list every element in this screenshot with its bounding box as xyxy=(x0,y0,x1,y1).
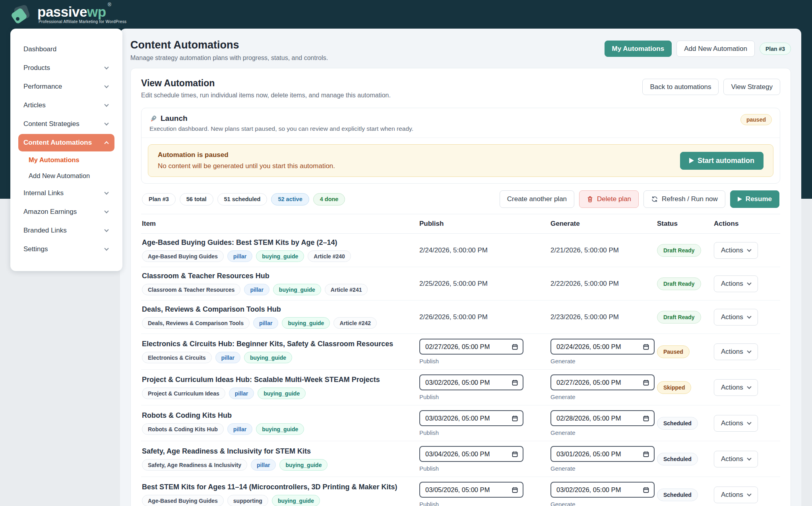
refresh-run-now-button[interactable]: Refresh / Run now xyxy=(643,190,725,208)
item-tags: Age-Based Buying Guidessupportingbuying_… xyxy=(142,495,419,506)
item-tags: Age-Based Buying Guidespillarbuying_guid… xyxy=(142,250,419,262)
publish-datetime-input[interactable]: 03/02/2026, 05:00 PM xyxy=(419,374,523,390)
calendar-icon xyxy=(512,379,518,386)
actions-button[interactable]: Actions xyxy=(714,451,758,467)
start-automation-button[interactable]: Start automation xyxy=(680,152,764,170)
table-row: Best STEM Kits for Ages 11–14 (Microcont… xyxy=(141,477,780,506)
resume-button[interactable]: Resume xyxy=(730,190,779,208)
add-new-automation-button[interactable]: Add New Automation xyxy=(676,41,755,57)
generate-datetime-input[interactable]: 02/28/2026, 05:00 PM xyxy=(550,410,655,426)
actions-button[interactable]: Actions xyxy=(714,275,758,292)
publish-datetime-input[interactable]: 03/03/2026, 05:00 PM xyxy=(419,410,523,426)
sidebar-item-amazon-earnings[interactable]: Amazon Earnings xyxy=(18,203,114,221)
brand-name: passivewp xyxy=(37,4,106,19)
item-tags: Safety, Age Readiness & Inclusivitypilla… xyxy=(142,459,419,471)
tag-article-242: Article #242 xyxy=(333,317,377,329)
generate-label: Generate xyxy=(550,394,657,400)
tag-electronics-circuits: Electronics & Circuits xyxy=(142,352,212,363)
sidebar-item-internal-links[interactable]: Internal Links xyxy=(18,184,114,202)
sidebar-item-articles[interactable]: Articles xyxy=(18,97,114,114)
sidebar-item-products[interactable]: Products xyxy=(18,59,114,77)
generate-label: Generate xyxy=(550,358,657,364)
sidebar-item-label: Dashboard xyxy=(23,45,56,53)
topbar: passivewp ® Professional Affiliate Marke… xyxy=(0,0,126,29)
back-to-automations-button[interactable]: Back to automations xyxy=(642,79,719,95)
sidebar-item-add-new-automation[interactable]: Add New Automation xyxy=(18,169,114,183)
chevron-down-icon xyxy=(104,227,109,232)
datetime-value: 02/24/2026, 05:00 PM xyxy=(556,343,621,351)
paused-alert: Automation is paused No content will be … xyxy=(148,144,773,177)
column-header-item: Item xyxy=(142,220,419,228)
calendar-icon xyxy=(643,379,649,386)
status-badge: Draft Ready xyxy=(657,311,701,324)
sidebar-item-dashboard[interactable]: Dashboard xyxy=(18,41,114,58)
item-tags: Robots & Coding Kits Hubpillarbuying_gui… xyxy=(142,423,419,435)
plan-action-buttons: Create another planDelete planRefresh / … xyxy=(500,190,779,208)
item-tags: Electronics & Circuitspillarbuying_guide xyxy=(142,352,419,363)
chevron-down-icon xyxy=(104,102,109,107)
sidebar-item-label: Content Automations xyxy=(23,139,92,147)
generate-datetime-input[interactable]: 03/02/2026, 05:00 PM xyxy=(550,482,655,498)
publish-datetime: 2/24/2026, 5:00:00 PM xyxy=(419,246,550,254)
calendar-icon xyxy=(512,451,518,458)
chevron-down-icon xyxy=(747,492,751,496)
publish-datetime: 2/25/2026, 5:00:00 PM xyxy=(419,280,550,288)
sidebar-item-content-strategies[interactable]: Content Strategies xyxy=(18,115,114,133)
stat-pill-4-done: 4 done xyxy=(313,193,345,206)
calendar-icon xyxy=(643,343,649,350)
generate-datetime-input[interactable]: 02/24/2026, 05:00 PM xyxy=(550,339,655,355)
chevron-down-icon xyxy=(104,121,109,125)
publish-datetime-input[interactable]: 03/05/2026, 05:00 PM xyxy=(419,482,523,498)
create-another-plan-button[interactable]: Create another plan xyxy=(500,190,574,208)
sidebar-item-content-automations[interactable]: Content Automations xyxy=(18,134,114,151)
publish-datetime-input[interactable]: 02/27/2026, 05:00 PM xyxy=(419,339,523,355)
item-tags: Classroom & Teacher Resourcespillarbuyin… xyxy=(142,284,419,295)
table-row: Project & Curriculum Ideas Hub: Scalable… xyxy=(141,370,780,405)
sidebar-item-settings[interactable]: Settings xyxy=(18,240,114,258)
tag-article-240: Article #240 xyxy=(308,250,351,262)
sidebar-item-branded-links[interactable]: Branded Links xyxy=(18,222,114,239)
sidebar-item-performance[interactable]: Performance xyxy=(18,78,114,95)
calendar-icon xyxy=(643,415,649,422)
sidebar-item-my-automations[interactable]: My Automations xyxy=(18,153,114,167)
table-header: ItemPublishGenerateStatusActions xyxy=(141,214,780,234)
publish-label: Publish xyxy=(419,429,550,436)
actions-button[interactable]: Actions xyxy=(714,309,758,326)
datetime-value: 03/02/2026, 05:00 PM xyxy=(425,379,490,386)
chevron-down-icon xyxy=(104,209,109,213)
chevron-down-icon xyxy=(104,246,109,250)
generate-datetime-input[interactable]: 02/27/2026, 05:00 PM xyxy=(550,374,655,390)
refresh-icon xyxy=(651,196,658,203)
publish-label: Publish xyxy=(419,394,550,400)
sidebar-item-label: Settings xyxy=(23,245,48,253)
publish-datetime-input[interactable]: 03/04/2026, 05:00 PM xyxy=(419,446,523,462)
alert-title: Automation is paused xyxy=(158,151,335,159)
generate-datetime: 2/22/2026, 5:00:00 PM xyxy=(550,280,657,288)
view-strategy-button[interactable]: View Strategy xyxy=(723,79,780,95)
play-icon xyxy=(738,197,742,202)
sidebar-item-label: Performance xyxy=(23,83,62,91)
actions-button[interactable]: Actions xyxy=(714,343,758,360)
datetime-value: 03/01/2026, 05:00 PM xyxy=(556,450,621,458)
actions-button[interactable]: Actions xyxy=(714,415,758,432)
my-automations-button[interactable]: My Automations xyxy=(605,41,672,57)
actions-button[interactable]: Actions xyxy=(714,242,758,259)
tag-pillar: pillar xyxy=(244,284,269,295)
column-header-status: Status xyxy=(657,220,714,228)
stat-pill-51-scheduled: 51 scheduled xyxy=(217,193,267,206)
datetime-value: 02/27/2026, 05:00 PM xyxy=(425,343,490,351)
tag-pillar: pillar xyxy=(253,317,278,329)
tag-classroom-teacher-resources: Classroom & Teacher Resources xyxy=(142,284,240,295)
calendar-icon xyxy=(643,487,649,493)
publish-datetime: 2/26/2026, 5:00:00 PM xyxy=(419,313,550,321)
tag-icon xyxy=(12,4,33,25)
tag-pillar: pillar xyxy=(229,388,254,399)
generate-datetime-input[interactable]: 03/01/2026, 05:00 PM xyxy=(550,446,655,462)
actions-button[interactable]: Actions xyxy=(714,487,758,503)
sidebar-item-label: Add New Automation xyxy=(29,172,90,180)
delete-plan-button[interactable]: Delete plan xyxy=(579,190,639,208)
actions-button[interactable]: Actions xyxy=(714,379,758,396)
tag-buying-guide: buying_guide xyxy=(256,423,304,435)
publish-label: Publish xyxy=(419,358,550,364)
plan-stat-pills: Plan #356 total51 scheduled52 active4 do… xyxy=(142,193,345,206)
